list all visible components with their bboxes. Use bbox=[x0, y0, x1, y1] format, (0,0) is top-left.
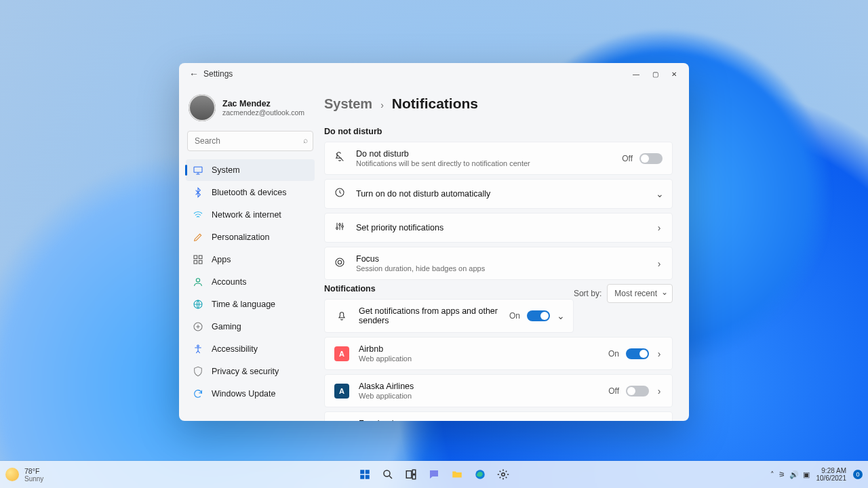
sidebar-item-accounts[interactable]: Accounts bbox=[186, 271, 315, 293]
start-button[interactable] bbox=[356, 466, 374, 483]
sidebar-item-system[interactable]: System bbox=[186, 159, 315, 181]
svg-point-5 bbox=[196, 279, 199, 282]
chevron-right-icon: › bbox=[380, 100, 384, 110]
card-app-2[interactable]: fFacebookMicrosoft Store applicationOff› bbox=[324, 411, 673, 421]
edge-icon[interactable] bbox=[471, 466, 489, 483]
toggle-apps[interactable] bbox=[527, 310, 550, 321]
focus-icon bbox=[334, 257, 347, 270]
toggle-state: Off bbox=[608, 386, 619, 396]
clock-time: 9:28 AM bbox=[816, 467, 847, 475]
toggle-dnd[interactable] bbox=[639, 153, 663, 164]
bluetooth-icon bbox=[193, 187, 203, 198]
sidebar-item-network[interactable]: Network & internet bbox=[186, 204, 315, 226]
card-dnd[interactable]: Do not disturb Notifications will be sen… bbox=[324, 142, 673, 175]
sliders-icon bbox=[334, 221, 347, 235]
svg-rect-22 bbox=[412, 475, 416, 479]
weather-widget[interactable]: 78°F Sunny bbox=[5, 467, 43, 483]
sidebar-item-privacy[interactable]: Privacy & security bbox=[186, 361, 315, 382]
profile[interactable]: Zac Mendez zacmendez@outlook.com bbox=[186, 90, 315, 128]
svg-rect-15 bbox=[360, 470, 364, 474]
taskbar-search[interactable] bbox=[379, 466, 397, 483]
toggle-app[interactable] bbox=[626, 348, 649, 359]
sidebar-item-bluetooth[interactable]: Bluetooth & devices bbox=[186, 182, 315, 203]
section-notifications: Notifications Sort by: Most recent bbox=[324, 284, 673, 293]
chevron-right-icon: › bbox=[656, 386, 663, 396]
sidebar-item-label: System bbox=[212, 165, 240, 175]
sidebar: Zac Mendez zacmendez@outlook.com ⌕ Syste… bbox=[179, 85, 321, 421]
sidebar-item-time[interactable]: Time & language bbox=[186, 293, 315, 315]
card-focus[interactable]: Focus Session duration, hide badges on a… bbox=[324, 247, 673, 280]
sort-control: Sort by: Most recent bbox=[574, 284, 673, 303]
close-button[interactable]: ✕ bbox=[665, 64, 684, 83]
sidebar-item-accessibility[interactable]: Accessibility bbox=[186, 338, 315, 360]
display-icon bbox=[193, 165, 203, 176]
accessibility-icon bbox=[193, 344, 203, 354]
card-title: Turn on do not disturb automatically bbox=[356, 189, 646, 199]
chat-icon[interactable] bbox=[425, 466, 443, 483]
volume-tray-icon[interactable]: 🔊 bbox=[789, 470, 799, 479]
search-container: ⌕ bbox=[187, 131, 313, 151]
back-button[interactable]: ← bbox=[184, 68, 203, 79]
apps-icon bbox=[193, 254, 203, 265]
taskbar: 78°F Sunny ˄ ⚞ 🔊 ▣ 9:28 AM 10/6/2021 0 bbox=[0, 461, 868, 488]
wifi-icon bbox=[193, 209, 203, 220]
sidebar-item-label: Accessibility bbox=[212, 344, 258, 354]
card-apps-master[interactable]: Get notifications from apps and other se… bbox=[324, 299, 574, 333]
bell-off-icon bbox=[334, 152, 347, 165]
explorer-icon[interactable] bbox=[448, 466, 466, 483]
svg-rect-18 bbox=[366, 475, 370, 479]
weather-temp: 78°F bbox=[24, 467, 43, 475]
sidebar-item-update[interactable]: Windows Update bbox=[186, 383, 315, 405]
search-input[interactable] bbox=[187, 131, 313, 151]
avatar bbox=[189, 94, 216, 121]
chevron-down-icon: ⌄ bbox=[656, 188, 663, 199]
sidebar-item-label: Network & internet bbox=[212, 210, 281, 220]
svg-rect-21 bbox=[412, 470, 416, 474]
wifi-tray-icon[interactable]: ⚞ bbox=[778, 470, 785, 479]
chevron-down-icon: ⌄ bbox=[557, 310, 564, 321]
sidebar-item-label: Windows Update bbox=[212, 389, 276, 399]
app-name: Airbnb bbox=[359, 344, 599, 354]
card-title: Do not disturb bbox=[356, 149, 612, 159]
maximize-button[interactable]: ▢ bbox=[646, 64, 665, 83]
sidebar-item-label: Time & language bbox=[212, 300, 275, 309]
toggle-app[interactable] bbox=[626, 386, 649, 396]
settings-icon[interactable] bbox=[494, 466, 512, 483]
app-icon: A bbox=[334, 384, 349, 399]
app-icon: A bbox=[334, 346, 349, 361]
taskbar-center bbox=[356, 466, 512, 483]
weather-desc: Sunny bbox=[24, 475, 43, 483]
window-title: Settings bbox=[203, 69, 233, 79]
svg-point-10 bbox=[336, 227, 338, 229]
clock[interactable]: 9:28 AM 10/6/2021 bbox=[816, 467, 847, 483]
settings-window: ← Settings — ▢ ✕ Zac Mendez zacmendez@ou… bbox=[179, 63, 689, 421]
card-app-1[interactable]: AAlaska AirlinesWeb applicationOff› bbox=[324, 374, 673, 407]
card-desc: Session duration, hide badges on apps bbox=[356, 264, 646, 272]
sidebar-item-label: Privacy & security bbox=[212, 367, 279, 376]
gaming-icon bbox=[193, 321, 203, 332]
card-title: Set priority notifications bbox=[356, 223, 646, 232]
task-view[interactable] bbox=[402, 466, 420, 483]
notification-count[interactable]: 0 bbox=[853, 470, 863, 479]
card-app-0[interactable]: AAirbnbWeb applicationOn› bbox=[324, 337, 673, 370]
sidebar-item-gaming[interactable]: Gaming bbox=[186, 316, 315, 338]
svg-point-12 bbox=[342, 226, 344, 228]
titlebar: ← Settings — ▢ ✕ bbox=[179, 63, 689, 85]
sidebar-item-personalization[interactable]: Personalization bbox=[186, 226, 315, 248]
card-priority[interactable]: Set priority notifications › bbox=[324, 213, 673, 243]
breadcrumb-root[interactable]: System bbox=[324, 96, 372, 112]
sidebar-nav: System Bluetooth & devices Network & int… bbox=[186, 159, 315, 405]
tray-chevron-icon[interactable]: ˄ bbox=[770, 470, 774, 479]
svg-point-19 bbox=[384, 470, 390, 476]
sort-select[interactable]: Most recent bbox=[607, 284, 673, 303]
chevron-right-icon: › bbox=[656, 258, 663, 269]
sidebar-item-apps[interactable]: Apps bbox=[186, 249, 315, 270]
card-dnd-auto[interactable]: Turn on do not disturb automatically ⌄ bbox=[324, 179, 673, 209]
chevron-right-icon: › bbox=[656, 222, 663, 233]
brush-icon bbox=[193, 232, 203, 243]
battery-tray-icon[interactable]: ▣ bbox=[803, 470, 810, 479]
svg-rect-2 bbox=[199, 256, 202, 259]
bell-icon bbox=[334, 308, 349, 323]
card-title: Get notifications from apps and other se… bbox=[359, 306, 500, 325]
minimize-button[interactable]: — bbox=[627, 64, 646, 83]
